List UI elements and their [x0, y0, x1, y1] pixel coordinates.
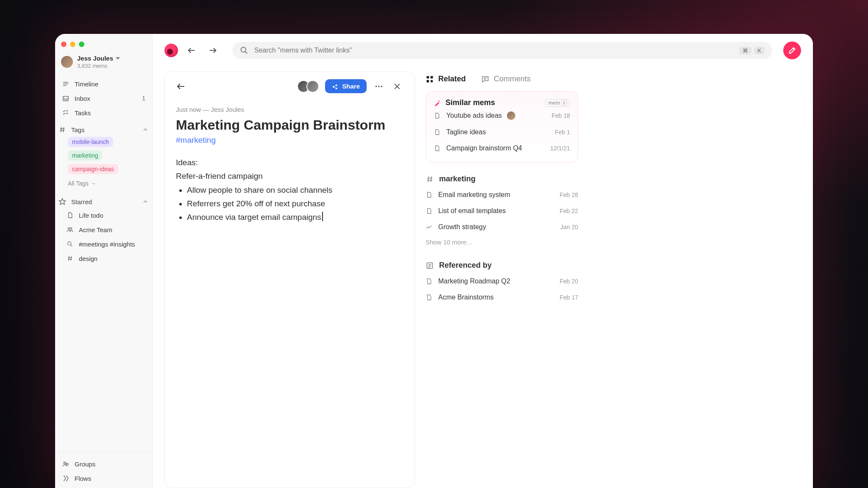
- nav-label: Tasks: [75, 109, 91, 116]
- related-item[interactable]: Email marketing system Feb 28: [426, 187, 578, 203]
- history-back-button[interactable]: [184, 43, 199, 58]
- window-maximize-icon[interactable]: [79, 42, 84, 47]
- nav-tasks[interactable]: Tasks: [58, 105, 149, 120]
- note-card: Share Just now — Jess Joules Marketing C…: [164, 71, 415, 488]
- doc-icon: [426, 294, 433, 301]
- svg-point-27: [381, 86, 383, 87]
- user-mem-count: 3,832 mems: [77, 63, 120, 69]
- close-button[interactable]: [391, 80, 403, 92]
- inbox-icon: [62, 94, 70, 102]
- related-item[interactable]: Youtube ads ideas Feb 18: [434, 107, 570, 124]
- nav-inbox[interactable]: Inbox 1: [58, 91, 149, 105]
- user-menu[interactable]: Jess Joules 3,832 mems: [55, 51, 152, 77]
- item-label: design: [79, 255, 97, 262]
- related-item[interactable]: Campaign brainstorm Q4 12/1/21: [434, 140, 570, 156]
- section-title: Starred: [71, 198, 92, 205]
- star-icon: [58, 198, 66, 205]
- search-input[interactable]: [254, 47, 733, 54]
- doc-icon: [434, 129, 441, 136]
- starred-item[interactable]: Acme Team: [58, 222, 149, 237]
- doc-icon: [434, 112, 441, 119]
- item-label: Youtube ads ideas: [446, 112, 502, 119]
- related-item[interactable]: Marketing Roadmap Q2 Feb 20: [426, 273, 578, 289]
- search-bar[interactable]: ⌘ K: [232, 42, 772, 59]
- chart-icon: [426, 224, 433, 230]
- nav-label: Groups: [75, 460, 95, 468]
- window-close-icon[interactable]: [61, 42, 67, 47]
- share-button[interactable]: Share: [325, 79, 367, 93]
- svg-point-22: [241, 47, 246, 53]
- svg-line-23: [245, 52, 248, 54]
- starred-item[interactable]: Life todo: [58, 208, 149, 222]
- starred-section-header[interactable]: Starred: [55, 192, 152, 208]
- nav-timeline[interactable]: Timeline: [58, 77, 149, 91]
- related-item[interactable]: List of email templates Feb 22: [426, 203, 578, 219]
- window-minimize-icon[interactable]: [70, 42, 75, 47]
- note-hashtag[interactable]: #marketing: [176, 136, 403, 145]
- svg-point-19: [67, 463, 69, 466]
- svg-line-38: [428, 176, 429, 182]
- item-label: Tagline ideas: [446, 128, 486, 136]
- svg-rect-31: [431, 76, 433, 78]
- main: ⌘ K: [153, 34, 813, 488]
- chevron-up-icon: [142, 126, 149, 133]
- marketing-tag-section: marketing Email marketing system Feb 28 …: [426, 172, 578, 249]
- svg-rect-32: [427, 80, 429, 82]
- svg-marker-9: [59, 199, 66, 205]
- item-date: Feb 20: [559, 278, 578, 285]
- sidebar: Jess Joules 3,832 mems Timeline Inbox 1: [55, 34, 153, 488]
- starred-item[interactable]: #meetings #insights: [58, 237, 149, 251]
- section-title: Similar mems: [445, 98, 495, 107]
- referenced-by-section: Referenced by Marketing Roadmap Q2 Feb 2…: [426, 258, 578, 305]
- note-meta: Just now — Jess Joules: [176, 106, 403, 113]
- svg-rect-30: [427, 76, 429, 78]
- doc-icon: [426, 208, 433, 214]
- tab-related[interactable]: Related: [426, 75, 466, 83]
- avatar: [507, 111, 515, 120]
- search-icon: [240, 46, 248, 55]
- nav-flows[interactable]: Flows: [58, 471, 149, 485]
- related-item[interactable]: Tagline ideas Feb 1: [434, 124, 570, 140]
- topbar: ⌘ K: [153, 34, 813, 67]
- all-tags-link[interactable]: All Tags →: [55, 177, 152, 192]
- search-icon: [66, 240, 74, 248]
- tasks-icon: [62, 109, 70, 116]
- related-item[interactable]: Acme Brainstorms Feb 17: [426, 289, 578, 305]
- note-back-button[interactable]: [176, 81, 186, 92]
- search-shortcut: ⌘ K: [739, 47, 765, 55]
- item-label: #meetings #insights: [79, 241, 135, 248]
- more-button[interactable]: [373, 80, 385, 93]
- app-logo[interactable]: [164, 44, 178, 57]
- related-item[interactable]: Growth strategy Jan 20: [426, 219, 578, 235]
- section-title: marketing: [439, 175, 476, 183]
- compose-button[interactable]: [783, 42, 801, 59]
- section-title: Referenced by: [439, 261, 492, 270]
- tag-chip-marketing[interactable]: marketing: [68, 150, 102, 161]
- svg-line-17: [71, 256, 71, 261]
- tag-chip-mobile-launch[interactable]: mobile-launch: [68, 137, 113, 147]
- doc-icon: [426, 278, 433, 285]
- note-bullet: Announce via target email campaigns: [187, 211, 403, 224]
- item-label: Marketing Roadmap Q2: [438, 277, 510, 285]
- collaborator-avatars[interactable]: [297, 80, 319, 93]
- item-label: Growth strategy: [438, 223, 486, 231]
- item-label: Life todo: [79, 212, 103, 219]
- hash-icon: [58, 126, 66, 133]
- note-body[interactable]: Ideas: Refer-a-friend campaign Allow peo…: [176, 156, 403, 224]
- section-title: Tags: [71, 126, 85, 133]
- svg-point-25: [376, 86, 377, 87]
- history-forward-button[interactable]: [205, 43, 220, 58]
- tag-chip-campaign-ideas[interactable]: campaign-ideas: [68, 164, 118, 174]
- traffic-lights: [55, 34, 152, 51]
- share-label: Share: [342, 83, 360, 90]
- nav-groups[interactable]: Groups: [58, 457, 149, 471]
- note-title[interactable]: Marketing Campaign Brainstorm: [176, 117, 403, 133]
- item-label: List of email templates: [438, 207, 506, 215]
- svg-point-18: [64, 462, 66, 464]
- starred-item[interactable]: design: [58, 251, 149, 266]
- people-icon: [66, 226, 74, 233]
- avatar: [61, 56, 73, 68]
- tags-section-header[interactable]: Tags: [55, 120, 152, 136]
- tab-comments[interactable]: Comments: [481, 75, 531, 83]
- show-more-link[interactable]: Show 10 more...: [426, 235, 578, 249]
